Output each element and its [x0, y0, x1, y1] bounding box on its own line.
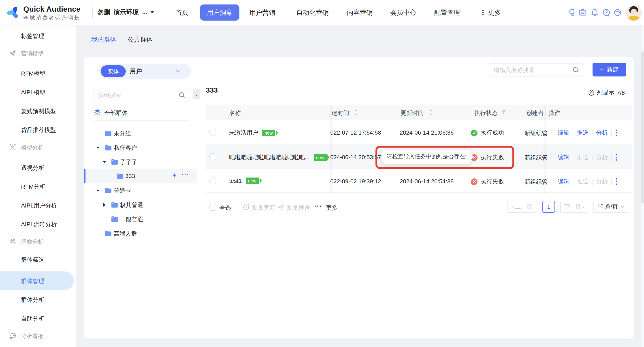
prev-page-button[interactable]: ‹ 上一页	[507, 201, 537, 213]
row-more-icon[interactable]	[615, 154, 617, 161]
gear-icon[interactable]	[566, 8, 576, 17]
scrollbar-track[interactable]	[641, 25, 644, 347]
entity-tag-label: 实体	[108, 67, 119, 75]
search-icon[interactable]	[178, 92, 185, 98]
audience-name[interactable]: 吧啦吧啦吧啦吧啦吧啦吧啦吧...	[229, 153, 310, 161]
nav-item-user-marketing[interactable]: 用户营销	[249, 8, 275, 17]
top-bar: Quick Audience 全域消费者运营增长 勿删_演示环境_... 首页 …	[0, 0, 644, 25]
node-more-icon[interactable]: ···	[182, 170, 189, 178]
group-search-input[interactable]	[94, 89, 189, 101]
sort-icon[interactable]	[354, 109, 358, 116]
next-page-label: 下一页	[564, 203, 581, 211]
audience-name[interactable]: 未激活用户	[229, 129, 258, 137]
sidebar-item-pivot-analysis[interactable]: 透视分析	[21, 164, 44, 172]
created-time: 022-09-02 19:39:12	[330, 178, 381, 185]
select-all-label[interactable]: 全选	[219, 204, 231, 212]
push-action[interactable]: 推送	[577, 129, 588, 137]
help-icon[interactable]	[602, 8, 611, 17]
tree-root-label: 全部群体	[104, 109, 128, 117]
select-all-checkbox[interactable]	[210, 204, 216, 211]
error-icon	[471, 178, 478, 185]
caret-down-icon[interactable]	[102, 161, 106, 163]
analyze-action-disabled: 分析	[596, 178, 608, 186]
row-checkbox[interactable]	[210, 129, 216, 135]
action-divider	[611, 179, 612, 184]
footer-more-button[interactable]: 更多	[326, 204, 338, 212]
tree-node-high-end[interactable]: 高端人群	[84, 226, 197, 241]
sidebar-item-rfm-model[interactable]: RFM模型	[21, 70, 45, 78]
analyze-action[interactable]: 分析	[596, 129, 608, 137]
row-more-icon[interactable]	[615, 129, 617, 136]
caret-down-icon[interactable]	[96, 190, 100, 192]
filter-funnel-icon[interactable]	[501, 110, 506, 115]
next-page-button[interactable]: 下一页 ›	[560, 201, 588, 213]
sidebar-item-aipl-flow-analysis[interactable]: AIPL流转分析	[21, 220, 57, 229]
sidebar-item-audience-filter[interactable]: 群体筛选	[21, 256, 44, 264]
row-checkbox[interactable]	[210, 153, 216, 160]
sidebar-item-product-recommend-model[interactable]: 货品推荐模型	[21, 126, 56, 134]
tree-node-general-ordinary[interactable]: 一般普通	[84, 212, 197, 226]
avatar[interactable]	[626, 5, 642, 21]
more-dots-icon[interactable]: ···	[314, 202, 322, 210]
nav-item-more[interactable]: ⋮ 更多	[480, 8, 501, 17]
sort-icon[interactable]	[429, 109, 433, 116]
tree-node-label: 高端人群	[114, 230, 137, 238]
tab-my-audiences[interactable]: 我的群体	[91, 36, 116, 44]
name-search-input[interactable]	[489, 63, 583, 76]
tree-root-all-groups[interactable]: 全部群体	[94, 108, 189, 118]
folder-icon	[105, 187, 112, 194]
entity-value: 用户	[130, 67, 142, 76]
edit-action[interactable]: 编辑	[558, 129, 569, 137]
search-icon[interactable]	[572, 67, 579, 73]
batch-push-icon	[278, 204, 284, 211]
sidebar-item-repurchase-model[interactable]: 复购预测模型	[21, 107, 56, 115]
workspace-selector[interactable]: 勿删_演示环境_...	[98, 8, 148, 16]
add-subgroup-icon[interactable]: +	[172, 171, 176, 179]
page-size-select[interactable]: 10 条/页	[594, 201, 628, 213]
bell-icon[interactable]	[590, 8, 599, 17]
row-more-icon[interactable]	[615, 178, 617, 185]
globe-icon[interactable]	[613, 8, 622, 17]
audience-name[interactable]: test1	[229, 178, 242, 184]
nav-item-content-marketing[interactable]: 内容营销	[347, 8, 373, 17]
nav-item-member-center[interactable]: 会员中心	[390, 8, 416, 17]
sidebar-item-self-service-analysis[interactable]: 自助分析	[21, 315, 44, 323]
sidebar-item-audience-management[interactable]: 群体管理	[0, 271, 74, 290]
nav-item-home[interactable]: 首页	[176, 8, 188, 17]
caret-right-icon[interactable]	[104, 203, 106, 207]
row-checkbox[interactable]	[210, 178, 216, 184]
nav-item-config[interactable]: 配置管理	[434, 8, 460, 17]
col-header-updated[interactable]: 更新时间	[400, 109, 424, 117]
sidebar-item-aipl-user-analysis[interactable]: AIPL用户分析	[21, 202, 57, 210]
tab-public-audiences[interactable]: 公共群体	[128, 36, 152, 44]
name-search	[489, 63, 583, 76]
tree-node-private-bank[interactable]: 私行客户	[84, 140, 197, 155]
column-display-label: 列显示	[597, 88, 614, 97]
edit-action[interactable]: 编辑	[558, 153, 569, 161]
tree-node-ordinary-card[interactable]: 普通卡	[84, 183, 197, 198]
page-number-1[interactable]: 1	[542, 201, 555, 213]
col-header-created[interactable]: 建时间	[332, 109, 349, 117]
caret-down-icon[interactable]	[96, 147, 100, 149]
sidebar-item-audience-analysis[interactable]: 群体分析	[21, 296, 44, 304]
clipboard-icon[interactable]	[578, 8, 587, 17]
status-text: 执行失败	[481, 178, 504, 186]
create-button[interactable]: + 新建	[592, 63, 626, 76]
tree-node-extremely-ordinary[interactable]: 极其普通	[84, 198, 197, 212]
sidebar-item-aipl-model[interactable]: AIPL模型	[21, 88, 45, 97]
tree-node-zizizi[interactable]: 子子子	[84, 155, 197, 169]
sidebar-item-tag-management[interactable]: 标签管理	[21, 32, 44, 40]
nav-item-user-insight[interactable]: 用户洞察	[200, 4, 240, 20]
nav-item-automation[interactable]: 自动化营销	[296, 8, 329, 17]
updated-time: 2024-06-14 21:06:36	[400, 129, 454, 136]
folder-icon	[111, 202, 118, 208]
sidebar-item-rfm-analysis[interactable]: RFM分析	[21, 183, 45, 191]
action-divider	[592, 154, 592, 160]
column-display-control[interactable]: 列显示 7/8	[588, 88, 625, 97]
action-divider	[592, 179, 592, 184]
edit-action[interactable]: 编辑	[558, 178, 569, 186]
tree-node-ungrouped[interactable]: 未分组	[84, 126, 197, 140]
entity-selector[interactable]: 实体 用户	[98, 64, 191, 79]
tree-node-333-selected[interactable]: 333 + ···	[84, 169, 197, 183]
scrollbar-thumb[interactable]	[641, 51, 644, 203]
